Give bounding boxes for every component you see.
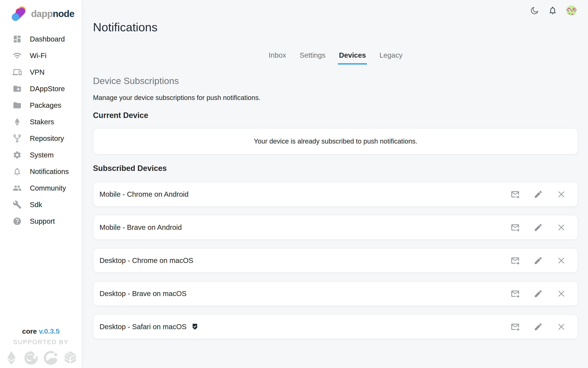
edit-device-button[interactable] (534, 289, 543, 298)
sidebar-item-label: Dashboard (30, 35, 65, 43)
sidebar-item-icon (13, 217, 22, 226)
tab[interactable]: Settings (300, 51, 325, 64)
sidebar-item-icon (13, 68, 22, 77)
sidebar-item-label: Sdk (30, 201, 42, 209)
current-device-card: Your device is already subscribed to pus… (93, 128, 578, 155)
sidebar-item-icon (13, 51, 22, 60)
sidebar-item[interactable]: Repository (0, 130, 82, 147)
device-actions (511, 190, 566, 199)
edit-device-button[interactable] (534, 223, 543, 232)
sidebar-item-label: DAppStore (30, 85, 65, 93)
sidebar-item[interactable]: Sdk (0, 196, 82, 213)
sidebar-footer: corev.0.3.5 SUPPORTED BY (0, 327, 82, 368)
device-actions (511, 256, 566, 265)
device-actions (511, 289, 566, 298)
sidebar-item[interactable]: Wi-Fi (0, 47, 82, 64)
send-test-notification-button[interactable] (511, 190, 520, 199)
device-name: Desktop - Chrome on macOS (99, 256, 193, 265)
partner-logo (3, 350, 19, 366)
sidebar-item[interactable]: DAppStore (0, 80, 82, 97)
sidebar-item-label: Support (30, 217, 55, 225)
device-row: Mobile - Brave on Android (93, 215, 578, 240)
device-name: Desktop - Safari on macOS (99, 323, 187, 331)
device-actions (511, 223, 566, 232)
tab[interactable]: Inbox (269, 51, 286, 64)
sidebar: dappnode Dashboard Wi-Fi VPN DAppStore (0, 0, 82, 368)
remove-device-button[interactable] (557, 289, 566, 298)
sidebar-item-label: Stakers (30, 118, 54, 126)
tab-label: Inbox (269, 51, 286, 59)
subscribed-devices-heading: Subscribed Devices (93, 164, 578, 173)
sidebar-item-icon (13, 134, 22, 143)
dark-mode-moon-icon[interactable] (530, 6, 539, 15)
sidebar-item[interactable]: VPN (0, 64, 82, 80)
sidebar-item[interactable]: Packages (0, 97, 82, 113)
remove-device-button[interactable] (557, 223, 566, 232)
edit-device-button[interactable] (534, 322, 543, 331)
user-avatar[interactable] (566, 5, 577, 16)
device-row: Desktop - Chrome on macOS (93, 248, 578, 273)
edit-device-button[interactable] (534, 190, 543, 199)
sidebar-item-icon (13, 167, 22, 176)
device-name: Mobile - Chrome on Android (99, 190, 188, 198)
supported-by-label: SUPPORTED BY (0, 339, 82, 346)
sidebar-item-label: Repository (30, 134, 64, 142)
tab[interactable]: Legacy (379, 51, 402, 64)
tab[interactable]: Devices (339, 51, 366, 64)
sidebar-item-icon (13, 200, 22, 209)
send-test-notification-button[interactable] (511, 289, 520, 298)
tab-bar: Inbox Settings Devices Legacy (93, 51, 578, 64)
current-device-message: Your device is already subscribed to pus… (254, 137, 417, 145)
remove-device-button[interactable] (557, 190, 566, 199)
verified-badge-icon (191, 323, 199, 331)
dappnode-logo-icon (11, 6, 27, 21)
send-test-notification-button[interactable] (511, 256, 520, 265)
sidebar-item-icon (13, 84, 22, 93)
topbar-icons (530, 5, 577, 16)
device-list: Mobile - Chrome on Android Mobile - Brav… (93, 182, 578, 339)
partner-logos (0, 350, 82, 366)
sidebar-item-label: Community (30, 184, 66, 192)
sidebar-item-label: Wi-Fi (30, 52, 47, 60)
main-content: Notifications Inbox Settings Devices Leg… (82, 0, 588, 368)
sidebar-item-icon (13, 101, 22, 110)
sidebar-item-label: Packages (30, 101, 61, 109)
page-title: Notifications (93, 21, 578, 34)
tab-label: Devices (339, 51, 366, 59)
core-version-link[interactable]: v.0.3.5 (39, 327, 59, 335)
section-description: Manage your device subscriptions for pus… (93, 94, 578, 101)
core-label: core (22, 327, 37, 335)
brand-logo[interactable]: dappnode (0, 6, 82, 21)
partner-logo (43, 350, 59, 366)
sidebar-item-label: VPN (30, 68, 45, 76)
device-name: Mobile - Brave on Android (99, 223, 182, 231)
device-name: Desktop - Brave on macOS (99, 289, 187, 298)
sidebar-item-icon (13, 150, 22, 159)
edit-device-button[interactable] (534, 256, 543, 265)
sidebar-item[interactable]: System (0, 147, 82, 163)
dappnode-wordmark: dappnode (31, 8, 74, 19)
sidebar-item[interactable]: Support (0, 213, 82, 229)
send-test-notification-button[interactable] (511, 223, 520, 232)
sidebar-item[interactable]: Community (0, 180, 82, 196)
sidebar-item[interactable]: Dashboard (0, 31, 82, 47)
remove-device-button[interactable] (557, 322, 566, 331)
sidebar-item[interactable]: Stakers (0, 113, 82, 130)
sidebar-item-label: System (30, 151, 54, 159)
tab-label: Legacy (379, 51, 402, 59)
device-row: Desktop - Brave on macOS (93, 281, 578, 306)
notifications-bell-icon[interactable] (548, 6, 557, 15)
device-row: Desktop - Safari on macOS (93, 314, 578, 339)
sidebar-item-label: Notifications (30, 167, 69, 176)
send-test-notification-button[interactable] (511, 322, 520, 331)
tab-label: Settings (300, 51, 325, 59)
remove-device-button[interactable] (557, 256, 566, 265)
current-device-heading: Current Device (93, 111, 578, 120)
sidebar-nav: Dashboard Wi-Fi VPN DAppStore Packages (0, 31, 82, 229)
partner-logo (62, 350, 78, 366)
partner-logo (23, 350, 39, 366)
device-row: Mobile - Chrome on Android (93, 182, 578, 207)
core-version-line: corev.0.3.5 (0, 327, 82, 335)
sidebar-item[interactable]: Notifications (0, 163, 82, 180)
sidebar-item-icon (13, 35, 22, 44)
